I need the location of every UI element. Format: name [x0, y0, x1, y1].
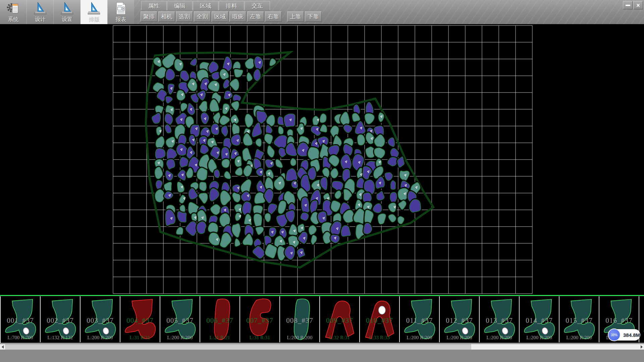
piece-size-label: L:200 R:200: [520, 335, 559, 341]
thumbnail-cells: 001_#37L:700 R:700 002_#37L:132 R:132 00…: [0, 296, 644, 344]
thumbnail-cell[interactable]: 007_#37L:31 R:31: [240, 296, 280, 342]
thumbnail-cell[interactable]: 003_#37L:200 R:200: [80, 296, 120, 342]
memory-percent: 38%: [611, 333, 618, 337]
main-button-label: 设计: [35, 16, 46, 23]
scrollbar-thumb[interactable]: [5, 344, 471, 350]
piece-id-label: 011_#37: [400, 316, 439, 325]
thumbnail-cell[interactable]: 014_#37L:200 R:200: [520, 296, 559, 342]
main-button-label: 排版: [89, 16, 99, 23]
thumbnail-cell[interactable]: 005_#37L:200 R:200: [160, 296, 200, 342]
piece-size-label: L:200 R:200: [280, 335, 319, 341]
piece-size-label: L:21 R:21: [200, 335, 239, 341]
piece-size-label: L:132 R:132: [41, 335, 80, 341]
menu-area: 属性 编辑 区域 排料 交互 聚排 相机 选割 全割 区域 瑕疵 左靠 右靠 上…: [134, 0, 644, 24]
thumbnail-cell[interactable]: 002_#37L:132 R:132: [41, 296, 80, 342]
action-defect[interactable]: 瑕疵: [229, 11, 246, 22]
action-region[interactable]: 区域: [212, 11, 228, 22]
tab-edit[interactable]: 编辑: [167, 1, 193, 10]
main-button-design[interactable]: 设计: [26, 0, 53, 24]
strip-top-line: [0, 295, 644, 296]
piece-id-label: 001_#37: [1, 316, 40, 325]
action-button-row: 聚排 相机 选割 全割 区域 瑕疵 左靠 右靠 上靠 下靠: [134, 11, 323, 22]
piece-size-label: L:200 R:200: [160, 335, 200, 341]
main-button-label: 系统: [8, 16, 19, 23]
piece-size-label: L:31 R:31: [120, 335, 160, 341]
piece-size-label: L:700 R:700: [1, 335, 40, 341]
design-setsquare-icon: [33, 1, 47, 16]
memory-value: 384.8M: [623, 328, 640, 341]
thumbnail-cell[interactable]: 008_#37L:200 R:200: [280, 296, 320, 342]
action-full-cut[interactable]: 全割: [194, 11, 211, 22]
action-snap-bottom[interactable]: 下靠: [305, 11, 322, 22]
scroll-right-button[interactable]: [639, 344, 644, 350]
menu-tab-row: 属性 编辑 区域 排料 交互: [134, 1, 270, 10]
nesting-setsquare-icon: [87, 1, 101, 16]
action-snap-right[interactable]: 右靠: [265, 11, 282, 22]
chevron-right-icon: [641, 345, 643, 349]
piece-id-label: 004_#37: [120, 316, 160, 325]
piece-thumbnail-strip: 001_#37L:700 R:700 002_#37L:132 R:132 00…: [0, 295, 644, 344]
piece-size-label: L:200 R:200: [400, 335, 439, 341]
action-select-cut[interactable]: 选割: [176, 11, 193, 22]
piece-id-label: 015_#37: [559, 316, 599, 325]
piece-size-label: L:33 R:33: [360, 335, 399, 341]
thumbnail-cell[interactable]: 012_#37L:200 R:200: [440, 296, 480, 342]
thumbnail-cell[interactable]: 001_#37L:700 R:700: [1, 296, 41, 342]
memory-percent-indicator: 38%: [608, 328, 621, 341]
nesting-canvas[interactable]: [0, 24, 644, 295]
main-button-report[interactable]: 报表: [107, 0, 134, 24]
thumbnail-cell[interactable]: 009_#37L:32 R:31: [320, 296, 360, 342]
main-button-system[interactable]: 系统: [0, 0, 26, 24]
piece-id-label: 007_#37: [240, 316, 279, 325]
tab-attribute[interactable]: 属性: [141, 1, 167, 10]
scroll-left-button[interactable]: [0, 344, 5, 350]
piece-id-label: 002_#37: [41, 316, 80, 325]
thumbnail-cell[interactable]: 010_#37L:33 R:33: [360, 296, 400, 342]
main-button-label: 设置: [62, 16, 72, 23]
report-document-icon: [114, 1, 128, 16]
piece-size-label: L:31 R:31: [240, 335, 279, 341]
application-window: 系统 设计: [0, 0, 644, 362]
thumbnail-cell[interactable]: 013_#37L:200 R:200: [480, 296, 520, 342]
memory-usage-badge[interactable]: 38% 384.8M: [608, 328, 640, 341]
action-snap-left[interactable]: 左靠: [247, 11, 264, 22]
piece-size-label: L:32 R:31: [320, 335, 359, 341]
main-button-settings[interactable]: 设置: [53, 0, 80, 24]
window-controls: ×: [623, 1, 643, 9]
piece-id-label: 009_#37: [320, 316, 359, 325]
horizontal-scrollbar[interactable]: [0, 344, 644, 350]
piece-size-label: L:200 R:200: [80, 335, 120, 341]
piece-id-label: 003_#37: [80, 316, 120, 325]
status-bar: [0, 350, 644, 362]
piece-id-label: 010_#37: [360, 316, 399, 325]
thumbnail-cell[interactable]: 011_#37L:200 R:200: [400, 296, 440, 342]
piece-id-label: 012_#37: [440, 316, 479, 325]
thumbnail-cell[interactable]: 006_#37L:21 R:21: [200, 296, 240, 342]
main-button-nesting[interactable]: 排版: [80, 0, 107, 24]
minimize-button[interactable]: [623, 1, 633, 9]
chevron-left-icon: [2, 345, 4, 349]
piece-size-label: L:200 R:200: [480, 335, 519, 341]
piece-size-label: L:200 R:200: [440, 335, 479, 341]
piece-id-label: 005_#37: [160, 316, 200, 325]
system-gear-icon: [6, 1, 20, 16]
nesting-drawing: [0, 24, 644, 295]
action-camera[interactable]: 相机: [158, 11, 175, 22]
main-toolbar: 系统 设计: [0, 0, 134, 24]
piece-id-label: 0: [639, 316, 644, 325]
piece-size-label: L:200 R:200: [559, 335, 599, 341]
close-button[interactable]: ×: [633, 1, 643, 9]
main-button-label: 报表: [115, 16, 126, 23]
action-cluster-nest[interactable]: 聚排: [141, 11, 157, 22]
minimize-icon: [626, 5, 630, 6]
action-snap-top[interactable]: 上靠: [287, 11, 304, 22]
piece-id-label: 014_#37: [520, 316, 559, 325]
thumbnail-cell[interactable]: 015_#37L:200 R:200: [559, 296, 599, 342]
thumbnail-cell[interactable]: 004_#37L:31 R:31: [120, 296, 160, 342]
settings-setsquare-icon: [60, 1, 74, 16]
tab-region[interactable]: 区域: [193, 1, 218, 10]
tab-nesting[interactable]: 排料: [219, 1, 244, 10]
tab-interact[interactable]: 交互: [245, 1, 270, 10]
piece-id-label: 006_#37: [200, 316, 239, 325]
close-icon: ×: [636, 2, 640, 8]
